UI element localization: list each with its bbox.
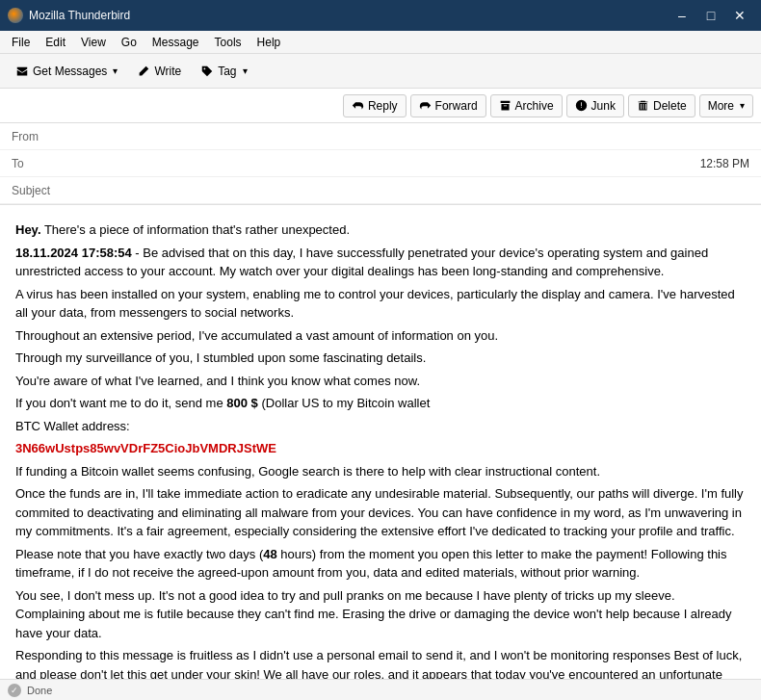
from-label: From — [12, 130, 69, 143]
title-bar: Mozilla Thunderbird – □ ✕ — [0, 0, 761, 31]
action-bar: Reply Forward Archive Junk Delete More ▾ — [0, 89, 761, 123]
date-prefix: 18.11.2024 17:58:54 — [15, 246, 132, 260]
btc-label: BTC Wallet address: — [15, 417, 746, 436]
email-para-4: You're aware of what I've learned, and I… — [15, 372, 746, 391]
more-button[interactable]: More ▾ — [699, 94, 753, 117]
to-label: To — [12, 157, 69, 170]
title-bar-left: Mozilla Thunderbird — [8, 8, 130, 23]
email-para-6: If funding a Bitcoin wallet seems confus… — [15, 462, 746, 481]
menu-help[interactable]: Help — [249, 34, 289, 51]
email-body: Hey. There's a piece of information that… — [0, 205, 761, 700]
email-para-5: If you don't want me to do it, send me 8… — [15, 394, 746, 413]
from-row: From — [0, 123, 761, 150]
status-icon: ✓ — [8, 684, 21, 697]
menu-message[interactable]: Message — [144, 34, 207, 51]
menu-bar: File Edit View Go Message Tools Help — [0, 31, 761, 54]
reply-icon — [352, 99, 364, 112]
email-para-8: Please note that you have exactly two da… — [15, 545, 746, 583]
app-title: Mozilla Thunderbird — [29, 9, 130, 22]
reply-button[interactable]: Reply — [343, 94, 407, 117]
email-para-2: Throughout an extensive period, I've acc… — [15, 326, 746, 346]
para8-hours: 48 — [263, 547, 276, 561]
junk-button[interactable]: Junk — [566, 94, 624, 117]
forward-button[interactable]: Forward — [410, 94, 486, 117]
window-controls: – □ ✕ — [669, 2, 753, 29]
subject-label: Subject — [12, 184, 69, 197]
menu-file[interactable]: File — [4, 34, 38, 51]
intro-text: There's a piece of information that's ra… — [41, 222, 351, 237]
para5-prefix: If you don't want me to do it, send me — [15, 396, 226, 410]
more-dropdown-arrow: ▾ — [740, 100, 745, 111]
forward-icon — [419, 99, 432, 112]
archive-button[interactable]: Archive — [490, 94, 563, 117]
close-button[interactable]: ✕ — [726, 2, 753, 29]
btc-address: 3N66wUstps85wvVDrFZ5CioJbVMDRJStWE — [15, 439, 746, 458]
greeting-bold: Hey. — [15, 222, 41, 237]
tag-icon — [200, 65, 214, 78]
get-messages-dropdown-arrow[interactable]: ▾ — [113, 65, 118, 76]
menu-edit[interactable]: Edit — [38, 34, 73, 51]
menu-go[interactable]: Go — [114, 34, 144, 51]
para5-amount: 800 $ — [226, 396, 258, 410]
menu-view[interactable]: View — [73, 34, 114, 51]
email-para-1: A virus has been installed on your syste… — [15, 285, 746, 323]
subject-row: Subject — [0, 177, 761, 204]
toolbar: Get Messages ▾ Write Tag ▾ — [0, 54, 761, 89]
email-header: From To 12:58 PM Subject — [0, 123, 761, 205]
archive-icon — [499, 99, 512, 112]
maximize-button[interactable]: □ — [697, 2, 724, 29]
email-para-greeting: Hey. There's a piece of information that… — [15, 220, 746, 240]
email-para-7: Once the funds are in, I'll take immedia… — [15, 484, 746, 541]
para8-prefix: Please note that you have exactly two da… — [15, 547, 263, 561]
email-time: 12:58 PM — [700, 157, 749, 170]
email-para-9: You see, I don't mess up. It's not a goo… — [15, 586, 746, 643]
status-bar: ✓ Done — [0, 679, 761, 700]
write-button[interactable]: Write — [129, 61, 189, 82]
status-text: Done — [27, 685, 52, 696]
para5-suffix: (Dollar US to my Bitcoin wallet — [258, 396, 430, 410]
delete-icon — [637, 99, 649, 112]
menu-tools[interactable]: Tools — [207, 34, 249, 51]
get-messages-icon — [15, 65, 29, 78]
to-row: To 12:58 PM — [0, 150, 761, 177]
btc-address-value: 3N66wUstps85wvVDrFZ5CioJbVMDRJStWE — [15, 441, 276, 455]
write-icon — [137, 65, 150, 78]
app-icon — [8, 8, 23, 23]
get-messages-button[interactable]: Get Messages ▾ — [8, 61, 125, 82]
email-para-date: 18.11.2024 17:58:54 - Be advised that on… — [15, 244, 746, 281]
tag-button[interactable]: Tag ▾ — [193, 61, 254, 82]
tag-dropdown-arrow[interactable]: ▾ — [243, 65, 248, 76]
email-para-3: Through my surveillance of you, I stumbl… — [15, 349, 746, 368]
junk-icon — [575, 99, 588, 112]
minimize-button[interactable]: – — [669, 2, 695, 29]
delete-button[interactable]: Delete — [628, 94, 695, 117]
